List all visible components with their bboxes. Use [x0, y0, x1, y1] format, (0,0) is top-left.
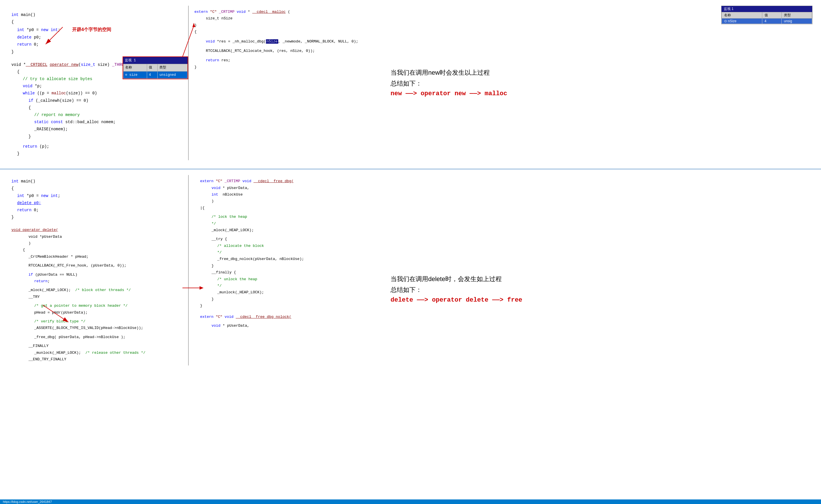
code-line: */: [217, 249, 379, 256]
code-line: int nBlockUse: [212, 191, 379, 198]
col-value: 值: [762, 12, 781, 19]
code-line: _mlock(_HEAP_LOCK); /* block other threa…: [29, 287, 182, 293]
code-line: if (pUserData == NULL): [29, 271, 182, 278]
code-line: */: [212, 220, 379, 227]
code-line: pHead = pHdr(pUserData);: [34, 309, 182, 316]
cell-type: unsig: [781, 19, 812, 24]
cell-name: ⊙ nSize: [722, 19, 762, 24]
code-line: {: [11, 185, 182, 192]
code-line: ): [212, 198, 379, 204]
code-line: return;: [34, 278, 182, 284]
monitor-small-window: 监视 1 名称 值 类型 ⊙ size 4 unsigned: [123, 56, 188, 79]
cell-type: unsigned: [158, 71, 188, 78]
code-line: delete p0;: [17, 34, 182, 41]
cell-value: 4: [762, 19, 781, 24]
code-line: RTCCALLBACK(_RTC_Free_hook, (pUserData, …: [29, 262, 182, 269]
code-line: /* lock the heap: [212, 214, 379, 220]
code-line: ): [194, 22, 379, 29]
code-line: if (_callnewh(size) == 0): [29, 97, 182, 104]
code-line: RTCCALLBACK(_RTC_Allocate_hook, (res, nS…: [206, 48, 379, 54]
summary-title-cn: 当我们在调用new时会发生以上过程: [391, 68, 812, 77]
code-line: _ASSERTE(_BLOCK_TYPE_IS_VALID(pHead->nBl…: [34, 325, 182, 331]
monitor-small-title: 监视 1: [123, 57, 188, 64]
summary-subtitle-cn-bottom: 总结如下：: [391, 286, 812, 294]
right-annotation-bottom: 当我们在调用delete时，会发生如上过程 总结如下： delete ——> o…: [382, 175, 821, 365]
code-line: return 0;: [17, 207, 182, 214]
page: int main() { int *p0 = new int; 开辟4个字节的空…: [0, 0, 821, 365]
code-line: /* verify block type */: [34, 318, 182, 325]
right-summary-top: 当我们在调用new时会发生以上过程 总结如下： new ——> operator…: [391, 68, 812, 97]
summary-formula: new ——> operator new ——> malloc: [391, 90, 812, 97]
operator-delete-code: void operator delete( void *pUserData ) …: [11, 227, 182, 363]
code-line: |{: [200, 205, 379, 211]
code-line: }: [212, 296, 379, 302]
code-line: /* get a pointer to memory block header …: [34, 302, 182, 309]
code-line: int *p0 = new int;: [17, 192, 182, 200]
code-line: }: [29, 133, 182, 140]
code-line: }: [11, 48, 182, 56]
status-url: https://blog.csdn.net/user_2641847: [3, 500, 52, 503]
code-line: __FINALLY: [29, 343, 182, 349]
code-line: void * pUserData,: [212, 185, 379, 191]
bottom-section: int main() { int *p0 = new int; delete p…: [0, 169, 821, 365]
monitor-large-window: 监视 1 名称 值 类型 ⊙ nSize 4 unsig: [721, 6, 812, 24]
code-line: void *p;: [23, 83, 182, 90]
code-line: extern "C" _CRTIMP void * __cdecl _mallo…: [194, 9, 379, 15]
code-line: while ((p = malloc(size)) == 0): [23, 90, 182, 97]
summary-title-cn-bottom: 当我们在调用delete时，会发生如上过程: [391, 275, 812, 283]
code-line: }: [212, 263, 379, 269]
code-line: _CrtMemBlockHeader * pHead;: [29, 253, 182, 260]
code-line: _free_dbg_nolock(pUserData, nBlockUse);: [217, 256, 379, 262]
code-line: {: [23, 247, 182, 253]
monitor-row: ⊙ size 4 unsigned: [123, 71, 188, 78]
code-line: _free_dbg( pUserData, pHead->nBlockUse )…: [34, 334, 182, 340]
code-line: extern "C" void __cdecl _free_dbg_nolock…: [200, 314, 379, 320]
code-line: void *res = _nh_malloc_dbg(nSize, _newmo…: [206, 38, 379, 45]
col-type: 类型: [158, 64, 188, 71]
left-code-top: int main() { int *p0 = new int; 开辟4个字节的空…: [0, 6, 188, 160]
right-annotation-top: 监视 1 名称 值 类型 ⊙ nSize 4 unsig: [382, 6, 821, 160]
code-line: _RAISE(nomem);: [34, 126, 182, 133]
code-line: }: [194, 64, 379, 70]
top-section: int main() { int *p0 = new int; 开辟4个字节的空…: [0, 0, 821, 160]
code-line: int main(): [11, 11, 182, 19]
code-line: return 0;: [17, 41, 182, 48]
code-line: void * pUserData,: [212, 322, 379, 329]
code-line: _mlock(_HEAP_LOCK);: [212, 227, 379, 233]
code-line: _munlock(_HEAP_LOCK);: [217, 289, 379, 296]
status-bar: https://blog.csdn.net/user_2641847: [0, 499, 821, 504]
col-type: 类型: [781, 12, 812, 19]
monitor-row: ⊙ nSize 4 unsig: [722, 19, 812, 24]
bottom-summary: 当我们在调用delete时，会发生如上过程 总结如下： delete ——> o…: [391, 275, 812, 304]
code-line: __TRY: [29, 294, 182, 300]
monitor-small-table: 名称 值 类型 ⊙ size 4 unsigned: [123, 64, 188, 79]
code-line: }: [17, 150, 182, 157]
left-code-bottom: int main() { int *p0 = new int; delete p…: [0, 175, 188, 365]
code-line: /* unlock the heap: [217, 276, 379, 283]
code-line: {: [29, 104, 182, 111]
code-line: __END_TRY_FINALLY: [29, 356, 182, 363]
code-line: return (p);: [23, 143, 182, 150]
code-line: extern "C" _CRTIMP void __cdecl _free_db…: [200, 178, 379, 184]
col-value: 值: [147, 64, 158, 71]
monitor-large-table: 名称 值 类型 ⊙ nSize 4 unsig: [722, 12, 812, 24]
code-line: size_t nSize: [206, 15, 379, 22]
code-line: }: [200, 302, 379, 309]
code-line: {: [11, 19, 182, 26]
code-line: static const std::bad_alloc nomem;: [34, 119, 182, 126]
code-line: __finally {: [212, 269, 379, 276]
code-line: */: [217, 283, 379, 289]
code-line: ): [29, 240, 182, 247]
center-code-bottom: extern "C" _CRTIMP void __cdecl _free_db…: [188, 175, 382, 365]
code-line: }: [11, 214, 182, 221]
code-line: int main(): [11, 178, 182, 185]
code-line: /* allocate the block: [217, 243, 379, 249]
code-line: _munlock(_HEAP_LOCK); /* release other t…: [34, 349, 182, 356]
center-code-top: extern "C" _CRTIMP void * __cdecl _mallo…: [188, 6, 382, 160]
monitor-large-title: 监视 1: [722, 6, 812, 12]
col-name: 名称: [123, 64, 147, 71]
code-line: void *pUserData: [29, 233, 182, 240]
code-line: // report no memory: [34, 111, 182, 119]
code-line: return res;: [206, 57, 379, 64]
cell-value: 4: [147, 71, 158, 78]
